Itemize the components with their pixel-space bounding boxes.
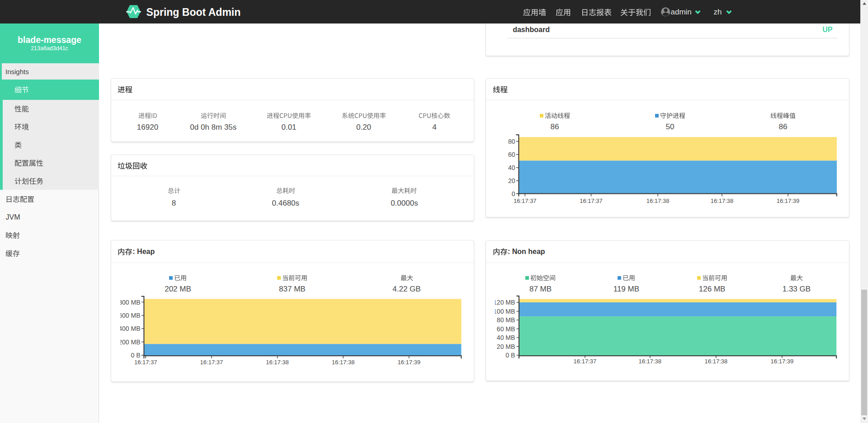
svg-text:20: 20: [508, 177, 515, 184]
svg-text:40: 40: [508, 164, 515, 171]
svg-text:16:17:37: 16:17:37: [134, 359, 157, 366]
svg-text:40 MB: 40 MB: [496, 334, 514, 341]
svg-text:16:17:39: 16:17:39: [770, 358, 793, 365]
svg-text:16:17:38: 16:17:38: [646, 197, 670, 204]
svg-text:600 MB: 600 MB: [120, 312, 141, 319]
svg-text:200 MB: 200 MB: [120, 338, 141, 346]
svg-text:16:17:37: 16:17:37: [514, 197, 537, 204]
svg-text:16:17:38: 16:17:38: [266, 359, 289, 366]
svg-text:16:17:38: 16:17:38: [332, 359, 355, 366]
svg-text:16:17:38: 16:17:38: [704, 358, 727, 365]
svg-text:16:17:38: 16:17:38: [638, 358, 661, 365]
svg-text:0: 0: [512, 190, 515, 197]
svg-text:400 MB: 400 MB: [120, 325, 141, 332]
svg-text:16:17:37: 16:17:37: [580, 197, 603, 204]
svg-text:16:17:38: 16:17:38: [711, 197, 734, 204]
svg-text:16:17:39: 16:17:39: [777, 197, 800, 204]
svg-text:60: 60: [508, 151, 515, 158]
svg-text:100 MB: 100 MB: [495, 308, 515, 315]
svg-text:16:17:37: 16:17:37: [200, 359, 223, 366]
svg-text:80: 80: [508, 138, 515, 145]
svg-text:0 B: 0 B: [131, 352, 140, 359]
svg-text:16:17:39: 16:17:39: [397, 359, 420, 366]
svg-text:0 B: 0 B: [505, 352, 515, 359]
svg-text:20 MB: 20 MB: [496, 343, 514, 350]
svg-text:120 MB: 120 MB: [495, 299, 515, 306]
svg-text:60 MB: 60 MB: [496, 325, 514, 333]
svg-text:800 MB: 800 MB: [120, 299, 141, 306]
svg-text:16:17:37: 16:17:37: [573, 358, 596, 365]
svg-text:80 MB: 80 MB: [496, 316, 514, 324]
